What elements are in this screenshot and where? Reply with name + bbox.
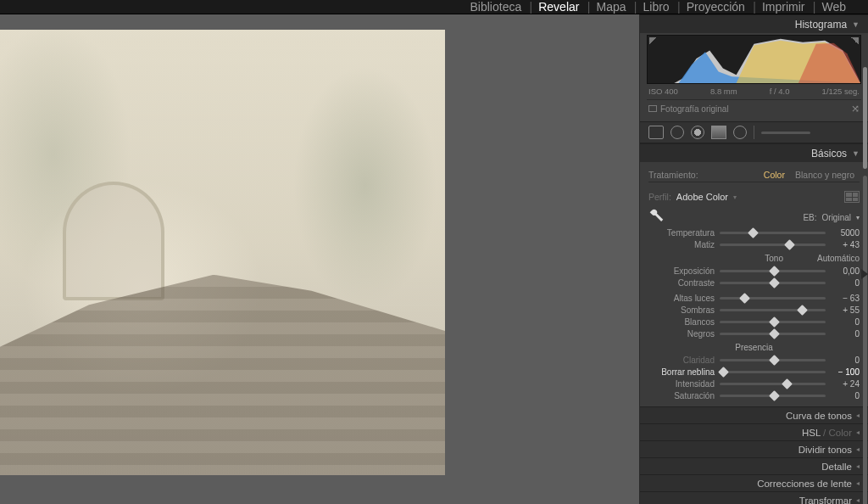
tone-head: Tono	[765, 254, 783, 263]
wb-dd-icon[interactable]: ▾	[856, 214, 860, 221]
saturation-label: Saturación	[648, 391, 715, 400]
right-panel-toggle[interactable]	[861, 269, 868, 279]
contrast-slider[interactable]	[720, 278, 826, 287]
chevron-down-icon: ▼	[852, 20, 860, 29]
original-photo-icon	[648, 105, 657, 112]
wb-label: EB:	[803, 213, 816, 222]
treatment-label: Tratamiento:	[648, 170, 759, 180]
shadows-value[interactable]: + 55	[831, 305, 860, 315]
original-photo-label: Fotografía original	[660, 104, 729, 114]
vibrance-label: Intensidad	[648, 379, 715, 389]
brush-tool-icon[interactable]	[761, 132, 810, 134]
panel-scrollbar[interactable]	[863, 67, 867, 169]
module-web[interactable]: Web	[813, 0, 854, 14]
lens-corrections-panel[interactable]: Correcciones de lente◂	[640, 474, 868, 491]
profile-browser-icon[interactable]	[844, 191, 860, 203]
eyedropper-icon[interactable]	[648, 206, 670, 227]
gradient-tool-icon[interactable]	[711, 126, 726, 139]
vibrance-value[interactable]: + 24	[831, 379, 860, 389]
profile-label: Perfil:	[648, 192, 671, 202]
highlights-value[interactable]: − 63	[831, 294, 860, 303]
shadows-slider[interactable]	[720, 305, 826, 314]
tint-label: Matiz	[648, 240, 715, 249]
detail-panel[interactable]: Detalle◂	[640, 457, 868, 474]
exposure-value[interactable]: 0,00	[831, 266, 860, 276]
split-toning-panel[interactable]: Dividir tonos◂	[640, 440, 868, 457]
treatment-bw[interactable]: Blanco y negro	[790, 170, 860, 180]
blacks-slider[interactable]	[720, 329, 826, 338]
wb-value[interactable]: Original	[822, 213, 851, 222]
radial-tool-icon[interactable]	[733, 126, 747, 139]
whites-value[interactable]: 0	[831, 317, 860, 327]
module-book[interactable]: Libro	[635, 0, 678, 14]
spot-tool-icon[interactable]	[670, 126, 684, 139]
crop-tool-icon[interactable]	[648, 126, 664, 139]
exposure-slider[interactable]	[720, 266, 826, 275]
clarity-label: Claridad	[648, 356, 715, 365]
right-panel: Histograma▼ ISO 400 8.8 mm f / 4.	[639, 14, 868, 504]
photo-preview	[0, 30, 445, 475]
exif-shutter: 1/125 seg.	[822, 87, 860, 96]
whites-slider[interactable]	[720, 317, 826, 326]
transform-panel[interactable]: Transformar◂	[640, 491, 868, 504]
temp-label: Temperatura	[648, 228, 715, 238]
chevron-down-icon: ▼	[852, 149, 860, 158]
clarity-value[interactable]: 0	[831, 356, 860, 365]
module-picker: Biblioteca Revelar Mapa Libro Proyección…	[0, 0, 868, 14]
develop-toolstrip	[640, 121, 868, 143]
tone-curve-panel[interactable]: Curva de tonos◂	[640, 406, 868, 423]
exif-aperture: f / 4.0	[770, 87, 790, 96]
shadows-label: Sombras	[648, 305, 715, 315]
blacks-label: Negros	[648, 329, 715, 339]
basics-title: Básicos	[811, 148, 847, 160]
exif-focal: 8.8 mm	[710, 87, 737, 96]
module-print[interactable]: Imprimir	[754, 0, 814, 14]
blacks-value[interactable]: 0	[831, 329, 860, 339]
exposure-label: Exposición	[648, 266, 715, 276]
contrast-value[interactable]: 0	[831, 278, 860, 288]
original-toggle-icon[interactable]: ⤨	[851, 103, 860, 115]
histogram-display[interactable]	[647, 35, 861, 84]
basics-header[interactable]: Básicos▼	[640, 143, 868, 162]
dehaze-value[interactable]: − 100	[831, 367, 860, 377]
histogram-exif: ISO 400 8.8 mm f / 4.0 1/125 seg.	[647, 84, 861, 97]
histogram-title: Histograma	[795, 19, 847, 31]
temp-value[interactable]: 5000	[831, 228, 860, 238]
redeye-tool-icon[interactable]	[691, 126, 704, 139]
basics-panel: Tratamiento: Color Blanco y negro Perfil…	[640, 162, 868, 406]
module-slideshow[interactable]: Proyección	[678, 0, 754, 14]
treatment-color[interactable]: Color	[759, 170, 790, 180]
profile-value[interactable]: Adobe Color	[676, 192, 728, 202]
histogram-header[interactable]: Histograma▼	[640, 14, 868, 33]
exif-iso: ISO 400	[648, 87, 678, 96]
photo-canvas[interactable]	[0, 14, 639, 504]
presence-head: Presencia	[735, 343, 772, 352]
whites-label: Blancos	[648, 317, 715, 327]
saturation-value[interactable]: 0	[831, 391, 860, 400]
dehaze-slider[interactable]	[720, 367, 826, 376]
highlights-label: Altas luces	[648, 294, 715, 303]
saturation-slider[interactable]	[720, 391, 826, 400]
module-map[interactable]: Mapa	[587, 0, 634, 14]
highlights-slider[interactable]	[720, 294, 826, 302]
hsl-panel[interactable]: HSL / Color◂	[640, 423, 868, 440]
clarity-slider[interactable]	[720, 356, 826, 364]
tint-slider[interactable]	[720, 240, 826, 249]
module-library[interactable]: Biblioteca	[462, 0, 531, 14]
auto-tone[interactable]: Automático	[817, 254, 860, 263]
module-develop[interactable]: Revelar	[530, 0, 587, 14]
profile-dd-icon[interactable]: ▾	[733, 193, 737, 201]
dehaze-label: Borrar neblina	[648, 367, 715, 377]
temp-slider[interactable]	[720, 228, 826, 237]
contrast-label: Contraste	[648, 278, 715, 288]
tint-value[interactable]: + 43	[831, 240, 860, 249]
vibrance-slider[interactable]	[720, 379, 826, 388]
